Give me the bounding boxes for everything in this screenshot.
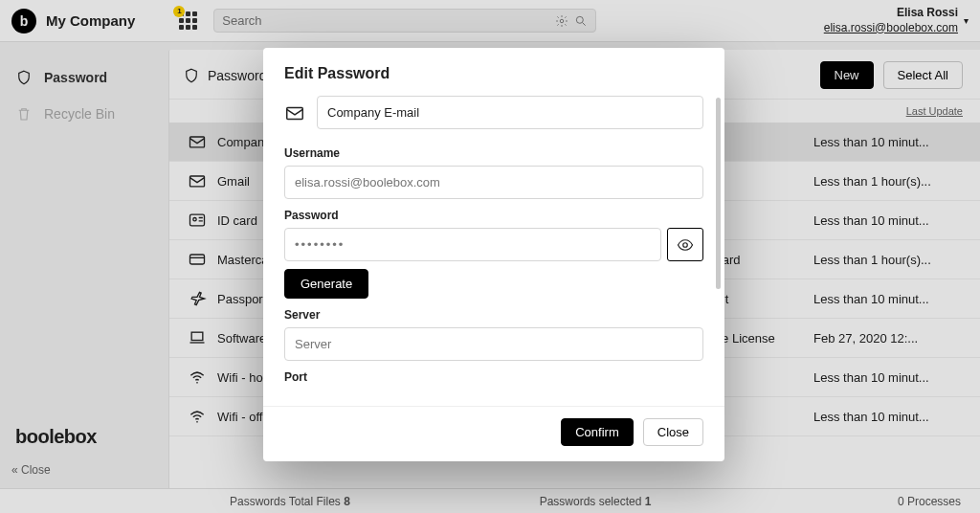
reveal-password-button[interactable]	[667, 228, 703, 261]
password-input[interactable]	[284, 228, 661, 261]
modal-title: Edit Password	[263, 48, 724, 92]
username-label: Username	[284, 146, 703, 160]
username-input[interactable]	[284, 166, 703, 199]
svg-point-11	[683, 242, 688, 247]
svg-rect-10	[287, 107, 303, 119]
edit-password-modal: Edit Password Username Password Generate…	[263, 48, 724, 461]
eye-icon	[677, 236, 694, 254]
password-label: Password	[284, 209, 703, 222]
server-input[interactable]	[284, 327, 703, 361]
close-button[interactable]: Close	[643, 418, 703, 446]
port-label: Port	[284, 370, 703, 384]
confirm-button[interactable]: Confirm	[561, 418, 634, 446]
mail-icon	[284, 102, 305, 123]
entry-name-input[interactable]	[317, 96, 703, 129]
server-label: Server	[284, 308, 703, 322]
generate-button[interactable]: Generate	[284, 269, 368, 299]
